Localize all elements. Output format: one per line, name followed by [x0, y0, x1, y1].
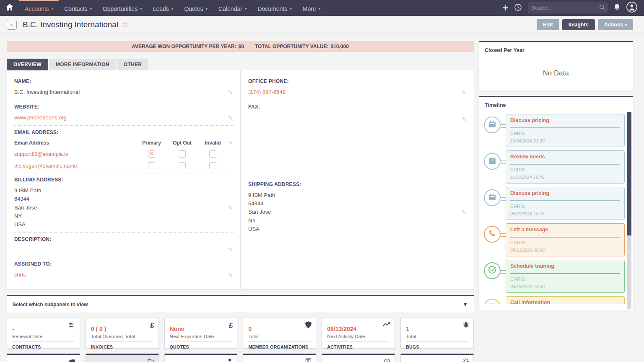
timeline-list: Discuss pricing CHRIS 12/04/2024 21:30 R… — [479, 111, 633, 304]
field-name: NAME: B.C. Investing International✎ — [14, 75, 233, 100]
invalid-checkbox[interactable] — [209, 162, 216, 169]
tile-leads[interactable]: 0 Total LEADS — [400, 354, 474, 362]
edit-button[interactable]: Edit — [537, 19, 559, 30]
tile-contracts[interactable]: - Renewal Date CONTRACTS — [7, 318, 80, 349]
timeline-entry[interactable]: Schedule training CHRIS 06/19/2024 13:30 — [484, 260, 625, 293]
page-title: B.C. Investing International — [23, 20, 118, 29]
opt-out-checkbox[interactable] — [179, 150, 186, 158]
tile-cases[interactable]: 1 ( 1 ) Open Cases | Total CASES — [86, 354, 159, 362]
burst-icon — [462, 358, 469, 362]
field-office-phone: OFFICE PHONE: (174) 897-6649✎ — [248, 75, 466, 100]
signature-icon — [68, 321, 75, 329]
history-icon — [514, 3, 522, 13]
nav-item-leads[interactable]: Leads▾ — [148, 0, 179, 16]
trending-icon — [383, 321, 390, 329]
primary-checkbox[interactable] — [148, 150, 155, 158]
field-billing-address: BILLING ADDRESS: 9 IBM Path 64344 San Jo… — [14, 173, 233, 233]
website-link[interactable]: www.phonebeans.org — [14, 114, 67, 122]
nav-item-accounts[interactable]: Accounts▾ — [19, 0, 59, 16]
edit-pencil-icon[interactable]: ✎ — [228, 89, 233, 96]
avg-won-label: AVERAGE WON OPPORTUNITY PER YEAR: — [132, 44, 236, 49]
total-opp-value: $10,000 — [330, 44, 348, 49]
check-circle-icon — [488, 266, 496, 276]
tile-contacts[interactable]: 3 Total CONTACTS — [164, 354, 238, 362]
tile-member-organizations[interactable]: 0 Total MEMBER ORGANIZATIONS — [243, 318, 316, 349]
phone-link[interactable]: (174) 897-6649 — [248, 88, 286, 96]
tab-more-information[interactable]: MORE INFORMATION — [49, 59, 116, 70]
tile-invoices[interactable]: £ 0 ( 0 ) Total Overdue | Total INVOICES — [86, 318, 159, 349]
nav-item-calendar[interactable]: Calendar▾ — [213, 0, 252, 16]
opt-out-checkbox[interactable] — [179, 162, 186, 169]
nav-item-more[interactable]: More▾ — [297, 0, 326, 16]
email-row: support83@example.tv ✎ — [14, 150, 233, 158]
edit-pencil-icon[interactable]: ✎ — [462, 89, 466, 96]
timeline-entry[interactable]: Call Information CHRIS 03/27/2024 09:27 — [484, 296, 625, 304]
calendar-icon — [488, 194, 496, 202]
tile-documents[interactable]: 0 Total DOCUMENTS — [243, 354, 316, 362]
nav-item-contacts[interactable]: Contacts▾ — [59, 0, 97, 16]
search-input[interactable] — [532, 5, 599, 11]
email-link[interactable]: support83@example.tv — [14, 151, 68, 157]
recently-viewed-button[interactable] — [514, 3, 522, 13]
opportunity-summary-banner: AVERAGE WON OPPORTUNITY PER YEAR:$0 TOTA… — [7, 41, 474, 52]
edit-pencil-icon[interactable]: ✎ — [462, 116, 466, 122]
insights-button[interactable]: Insights — [562, 19, 595, 30]
tile-quotes[interactable]: £ None Next Expiration Date QUOTES — [164, 318, 238, 349]
edit-pencil-icon[interactable]: ✎ — [228, 272, 233, 278]
tile-bugs[interactable]: 1 Total BUGS — [400, 318, 474, 349]
invalid-checkbox[interactable] — [209, 150, 216, 158]
calendar-icon — [488, 121, 496, 129]
home-icon — [6, 4, 13, 12]
chevron-down-icon: ▾ — [319, 7, 321, 11]
nav-item-quotes[interactable]: Quotes▾ — [179, 0, 213, 16]
total-opp-label: TOTAL OPPORTUNITY VALUE: — [255, 44, 329, 49]
primary-checkbox[interactable] — [148, 162, 155, 169]
user-menu-button[interactable] — [626, 2, 637, 14]
email-link[interactable]: the.vegan@example.name — [14, 163, 77, 169]
favorite-star-icon[interactable]: ☆ — [122, 20, 129, 29]
no-data-placeholder: No Data — [479, 56, 633, 90]
field-shipping-address: SHIPPING ADDRESS: 9 IBM Path 64344 San J… — [248, 178, 466, 237]
timeline-entry[interactable]: Review needs CHRIS 11/30/2024 16:45 — [484, 150, 625, 184]
notifications-button[interactable] — [613, 3, 621, 13]
field-description: DESCRIPTION: ✎ — [14, 233, 233, 257]
assigned-user-link[interactable]: chris — [14, 271, 26, 279]
record-tabs: OVERVIEW MORE INFORMATION OTHER — [7, 59, 474, 70]
timeline-entry[interactable]: Left a message CHRIS 08/13/2024 06:00 — [484, 223, 625, 256]
history-clock-icon — [384, 358, 390, 362]
subpanel-selector[interactable]: Select which subpanels to view ▼ — [7, 295, 474, 313]
search-icon[interactable] — [599, 4, 605, 12]
tile-campaigns[interactable]: - Last Participated CAMPAIGNS — [7, 354, 80, 362]
actions-button[interactable]: Actions▾ — [598, 19, 633, 30]
chevron-down-icon: ▾ — [140, 7, 142, 11]
pound-icon: £ — [229, 321, 233, 330]
edit-pencil-icon[interactable]: ✎ — [228, 140, 233, 146]
back-button[interactable]: ‹ — [7, 20, 17, 30]
field-assigned-to: ASSIGNED TO: chris✎ — [14, 257, 233, 282]
quick-create-button[interactable]: + — [503, 3, 508, 13]
overview-panel: NAME: B.C. Investing International✎ WEBS… — [7, 70, 474, 289]
home-button[interactable] — [0, 0, 19, 16]
calendar-icon — [488, 157, 496, 166]
shield-icon — [305, 321, 312, 330]
timeline-entry[interactable]: Discuss pricing CHRIS 12/04/2024 21:30 — [484, 114, 625, 147]
nav-item-documents[interactable]: Documents▾ — [252, 0, 297, 16]
scrollbar-thumb[interactable] — [627, 112, 631, 235]
avg-won-value: $0 — [239, 44, 244, 49]
edit-pencil-icon[interactable]: ✎ — [462, 209, 466, 215]
tile-activities[interactable]: 08/13/2024 Next Activity Date ACTIVITIES — [322, 318, 395, 349]
person-icon — [227, 358, 233, 362]
edit-pencil-icon[interactable]: ✎ — [228, 246, 233, 253]
tab-other[interactable]: OTHER — [117, 59, 149, 70]
tab-overview[interactable]: OVERVIEW — [7, 59, 48, 70]
subpanel-tiles-row2: - Last Participated CAMPAIGNS 1 ( 1 ) Op… — [7, 354, 474, 362]
edit-pencil-icon[interactable]: ✎ — [228, 115, 233, 121]
bug-icon — [463, 321, 469, 330]
tile-history[interactable]: - Last Touchpoint HISTORY — [322, 354, 395, 362]
timeline-scrollbar[interactable] — [627, 112, 631, 309]
chevron-down-icon[interactable]: ▼ — [462, 301, 468, 308]
edit-pencil-icon[interactable]: ✎ — [228, 204, 233, 211]
timeline-entry[interactable]: Discuss pricing CHRIS 08/22/2024 10:15 — [484, 187, 625, 220]
nav-item-opportunities[interactable]: Opportunities▾ — [97, 0, 148, 16]
global-search — [528, 3, 608, 13]
